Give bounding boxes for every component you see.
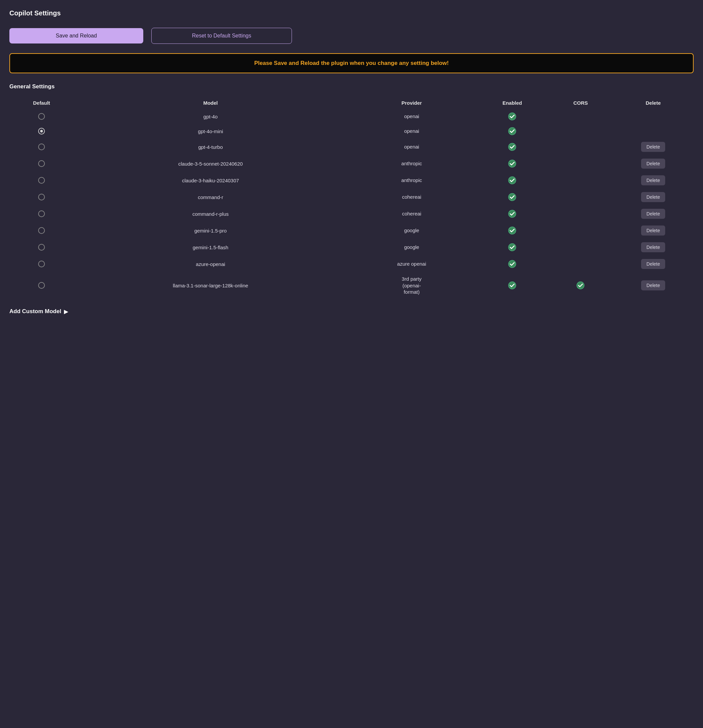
enabled-status [476, 139, 548, 155]
model-name: gemini-1.5-flash [74, 239, 347, 256]
col-header-provider: Provider [347, 97, 476, 109]
col-header-delete: Delete [613, 97, 694, 109]
default-radio[interactable] [38, 211, 45, 217]
delete-button[interactable]: Delete [641, 209, 665, 219]
page-title: Copilot Settings [9, 9, 694, 17]
provider-name: openai [347, 139, 476, 155]
default-radio[interactable] [38, 194, 45, 201]
provider-name: anthropic [347, 172, 476, 189]
enabled-check-icon [508, 193, 516, 201]
enabled-status [476, 256, 548, 272]
delete-button[interactable]: Delete [641, 192, 665, 202]
default-radio[interactable] [38, 261, 45, 267]
table-row: llama-3.1-sonar-large-128k-online3rd par… [9, 272, 694, 299]
add-custom-label: Add Custom Model [9, 308, 61, 315]
provider-name: google [347, 239, 476, 256]
delete-cell: Delete [613, 139, 694, 155]
provider-name: 3rd party(openai-format) [347, 272, 476, 299]
enabled-status [476, 239, 548, 256]
provider-name: cohereai [347, 189, 476, 205]
enabled-check-icon [508, 127, 516, 135]
cors-check-icon [576, 282, 584, 289]
svg-point-11 [577, 282, 584, 289]
cors-status [548, 124, 613, 139]
enabled-check-icon [508, 227, 516, 234]
col-header-model: Model [74, 97, 347, 109]
col-header-default: Default [9, 97, 74, 109]
default-radio[interactable] [38, 128, 45, 134]
table-row: gpt-4oopenai [9, 109, 694, 124]
default-radio[interactable] [38, 282, 45, 289]
enabled-status [476, 124, 548, 139]
delete-button[interactable]: Delete [641, 225, 665, 235]
delete-cell: Delete [613, 205, 694, 222]
delete-button[interactable]: Delete [641, 280, 665, 290]
delete-cell: Delete [613, 155, 694, 172]
model-name: gemini-1.5-pro [74, 222, 347, 239]
table-row: command-r-pluscohereai Delete [9, 205, 694, 222]
table-row: gemini-1.5-flashgoogle Delete [9, 239, 694, 256]
svg-point-1 [509, 127, 516, 135]
enabled-status [476, 205, 548, 222]
model-name: llama-3.1-sonar-large-128k-online [74, 272, 347, 299]
save-reload-button[interactable]: Save and Reload [9, 28, 143, 43]
enabled-status [476, 272, 548, 299]
enabled-check-icon [508, 260, 516, 268]
provider-name: cohereai [347, 205, 476, 222]
delete-button[interactable]: Delete [641, 142, 665, 152]
enabled-status [476, 109, 548, 124]
delete-button[interactable]: Delete [641, 242, 665, 252]
warning-text: Please Save and Reload the plugin when y… [255, 60, 449, 66]
table-row: azure-openaiazure openai Delete [9, 256, 694, 272]
delete-cell: Delete [613, 272, 694, 299]
default-radio[interactable] [38, 160, 45, 167]
table-row: command-rcohereai Delete [9, 189, 694, 205]
provider-name: google [347, 222, 476, 239]
default-radio[interactable] [38, 227, 45, 234]
default-radio[interactable] [38, 113, 45, 120]
enabled-check-icon [508, 176, 516, 184]
table-row: claude-3-5-sonnet-20240620anthropic Dele… [9, 155, 694, 172]
default-radio[interactable] [38, 177, 45, 184]
cors-status [548, 256, 613, 272]
add-custom-model[interactable]: Add Custom Model ▶ [9, 308, 694, 315]
default-radio[interactable] [38, 244, 45, 251]
enabled-status [476, 172, 548, 189]
cors-status [548, 222, 613, 239]
delete-cell: Delete [613, 239, 694, 256]
reset-defaults-button[interactable]: Reset to Default Settings [151, 28, 292, 44]
col-header-enabled: Enabled [476, 97, 548, 109]
svg-point-7 [509, 227, 516, 234]
cors-status [548, 139, 613, 155]
delete-cell: Delete [613, 172, 694, 189]
default-radio[interactable] [38, 143, 45, 150]
delete-button[interactable]: Delete [641, 175, 665, 185]
enabled-check-icon [508, 160, 516, 168]
enabled-status [476, 189, 548, 205]
models-table: Default Model Provider Enabled CORS Dele… [9, 97, 694, 299]
provider-name: azure openai [347, 256, 476, 272]
cors-status [548, 189, 613, 205]
model-name: gpt-4-turbo [74, 139, 347, 155]
svg-point-10 [509, 282, 516, 289]
delete-button[interactable]: Delete [641, 259, 665, 269]
enabled-check-icon [508, 282, 516, 289]
cors-status [548, 239, 613, 256]
provider-name: openai [347, 109, 476, 124]
svg-point-2 [509, 143, 516, 150]
table-row: gemini-1.5-progoogle Delete [9, 222, 694, 239]
button-row: Save and Reload Reset to Default Setting… [9, 28, 694, 44]
delete-button[interactable]: Delete [641, 159, 665, 169]
enabled-check-icon [508, 210, 516, 218]
table-row: claude-3-haiku-20240307anthropic Delete [9, 172, 694, 189]
svg-point-0 [509, 113, 516, 120]
table-row: gpt-4-turboopenai Delete [9, 139, 694, 155]
cors-status [548, 205, 613, 222]
delete-cell: Delete [613, 189, 694, 205]
general-settings-label: General Settings [9, 83, 694, 90]
svg-point-3 [509, 160, 516, 167]
enabled-check-icon [508, 143, 516, 151]
enabled-check-icon [508, 243, 516, 251]
model-name: claude-3-haiku-20240307 [74, 172, 347, 189]
provider-name: openai [347, 124, 476, 139]
